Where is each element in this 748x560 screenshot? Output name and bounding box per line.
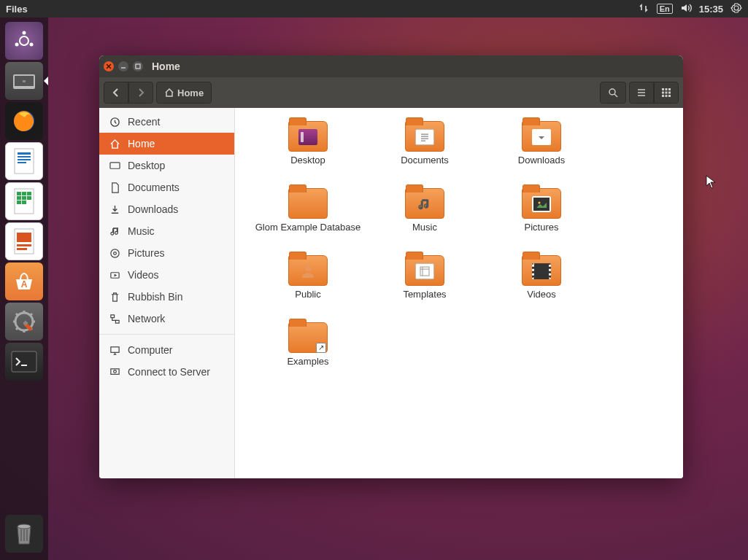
file-label: Videos	[527, 289, 556, 300]
search-button[interactable]	[600, 82, 626, 104]
file-label: Pictures	[525, 222, 559, 233]
top-panel: Files En 15:35	[0, 0, 748, 18]
keyboard-indicator[interactable]: En	[657, 4, 673, 14]
toolbar: Home	[99, 77, 683, 108]
launcher-calc[interactable]	[5, 182, 43, 220]
svg-rect-54	[111, 346, 119, 352]
network-icon[interactable]	[638, 2, 649, 16]
list-view-button[interactable]	[629, 82, 654, 104]
sidebar-item-label: Computer	[128, 344, 172, 356]
clock[interactable]: 15:35	[699, 4, 723, 15]
sound-icon[interactable]	[680, 2, 692, 16]
svg-rect-24	[17, 244, 31, 246]
launcher-dash[interactable]	[5, 22, 43, 60]
svg-rect-36	[136, 64, 140, 69]
file-label: Desktop	[290, 155, 325, 166]
maximize-icon[interactable]	[133, 61, 143, 71]
file-label: Glom Example Database	[255, 222, 361, 233]
folder-templates[interactable]: Templates	[366, 252, 483, 319]
svg-rect-40	[668, 88, 671, 90]
svg-rect-16	[27, 192, 31, 195]
svg-rect-30	[12, 351, 36, 372]
launcher-impress[interactable]	[5, 222, 43, 260]
app-menu-label[interactable]: Files	[6, 4, 28, 15]
folder-icon	[405, 121, 444, 152]
sidebar-item-videos[interactable]: Videos	[99, 264, 234, 286]
launcher-settings[interactable]	[5, 303, 43, 341]
svg-rect-12	[18, 162, 26, 163]
launcher-software[interactable]: A	[5, 262, 43, 300]
folder-music[interactable]: Music	[366, 185, 483, 252]
window-title: Home	[152, 61, 180, 72]
svg-rect-52	[111, 314, 115, 317]
folder-desktop[interactable]: Desktop	[250, 118, 366, 185]
file-view[interactable]: DesktopDocumentsDownloadsGlom Example Da…	[235, 108, 683, 478]
launcher-firefox[interactable]	[5, 102, 43, 140]
svg-rect-19	[27, 196, 31, 200]
folder-videos[interactable]: Videos	[483, 252, 600, 319]
folder-icon	[522, 255, 561, 286]
sidebar-item-label: Downloads	[128, 203, 178, 215]
folder-examples[interactable]: Examples	[250, 319, 366, 386]
sidebar-item-network[interactable]: Network	[99, 308, 234, 330]
svg-point-1	[23, 31, 26, 35]
svg-point-58	[425, 205, 428, 208]
svg-rect-55	[111, 368, 119, 374]
svg-rect-42	[666, 92, 668, 94]
indicator-area: En 15:35	[638, 2, 742, 16]
sidebar-item-trash[interactable]: Rubbish Bin	[99, 286, 234, 308]
svg-rect-46	[668, 95, 671, 97]
sidebar-item-recent[interactable]: Recent	[99, 111, 234, 133]
svg-rect-17	[17, 196, 21, 200]
svg-rect-41	[662, 92, 664, 94]
sidebar-item-computer[interactable]: Computer	[99, 339, 234, 361]
gear-icon[interactable]	[730, 2, 742, 16]
path-label: Home	[177, 88, 204, 98]
launcher-writer[interactable]	[5, 142, 43, 180]
folder-pictures[interactable]: Pictures	[483, 185, 600, 252]
launcher-terminal[interactable]	[5, 343, 43, 381]
path-button[interactable]: Home	[156, 82, 212, 104]
folder-downloads[interactable]: Downloads	[483, 118, 600, 185]
svg-point-56	[114, 370, 117, 373]
cursor-icon	[706, 175, 716, 190]
sidebar: RecentHomeDesktopDocumentsDownloadsMusic…	[99, 108, 235, 478]
svg-text:A: A	[21, 279, 28, 289]
sidebar-item-documents[interactable]: Documents	[99, 176, 234, 198]
svg-point-37	[609, 89, 615, 95]
sidebar-item-home[interactable]: Home	[99, 133, 234, 155]
grid-view-button[interactable]	[654, 82, 679, 104]
folder-public[interactable]: Public	[250, 252, 366, 319]
svg-rect-38	[662, 88, 664, 90]
forward-button[interactable]	[128, 82, 153, 104]
unity-launcher: A	[0, 18, 48, 560]
folder-documents[interactable]: Documents	[366, 118, 483, 185]
svg-point-3	[15, 43, 19, 47]
svg-point-50	[114, 252, 117, 254]
back-button[interactable]	[104, 82, 128, 104]
file-label: Templates	[403, 289, 446, 300]
launcher-files[interactable]	[5, 62, 43, 100]
svg-point-57	[420, 206, 423, 209]
folder-icon	[522, 121, 561, 152]
sidebar-item-connect[interactable]: Connect to Server	[99, 361, 234, 383]
close-icon[interactable]	[104, 61, 114, 71]
sidebar-item-music[interactable]: Music	[99, 220, 234, 242]
window-titlebar[interactable]: Home	[99, 55, 683, 77]
svg-rect-33	[20, 529, 22, 541]
sidebar-item-desktop[interactable]: Desktop	[99, 155, 234, 176]
file-label: Downloads	[518, 155, 565, 166]
svg-rect-23	[17, 233, 31, 242]
svg-rect-34	[23, 529, 25, 541]
svg-point-60	[305, 265, 311, 271]
svg-rect-35	[26, 529, 28, 541]
folder-icon	[288, 255, 328, 286]
sidebar-item-pictures[interactable]: Pictures	[99, 242, 234, 264]
sidebar-item-downloads[interactable]: Downloads	[99, 198, 234, 220]
minimize-icon[interactable]	[118, 61, 128, 71]
svg-rect-14	[17, 192, 21, 195]
folder-icon	[288, 322, 328, 353]
svg-rect-48	[110, 162, 120, 168]
folder-glom-example-database[interactable]: Glom Example Database	[250, 185, 366, 252]
launcher-trash[interactable]	[5, 515, 43, 553]
